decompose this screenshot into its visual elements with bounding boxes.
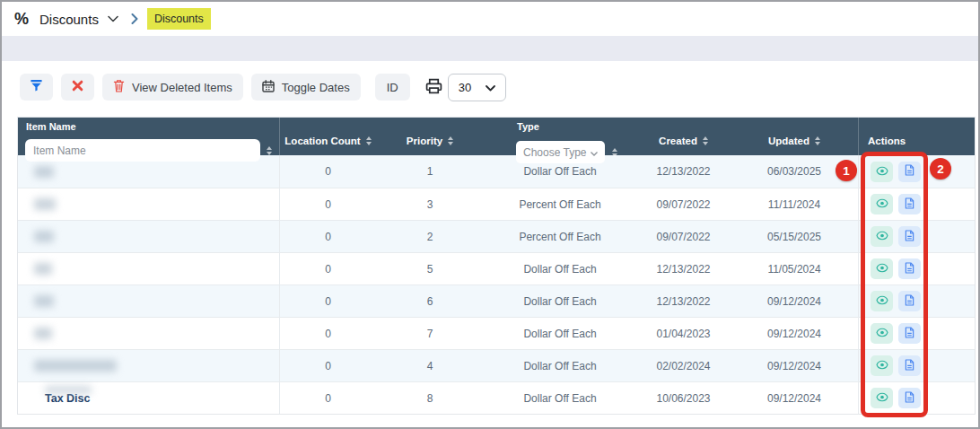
document-button[interactable] <box>898 162 921 182</box>
toggle-dates-label: Toggle Dates <box>282 81 350 94</box>
created-cell: 02/02/2024 <box>636 350 731 381</box>
actions-cell <box>858 188 975 220</box>
eye-icon <box>876 391 888 405</box>
file-icon <box>905 294 914 309</box>
view-button[interactable] <box>871 226 893 247</box>
redacted-item-name <box>34 295 54 307</box>
item-name-cell[interactable] <box>18 188 280 220</box>
sort-icon-location-count[interactable] <box>366 136 372 145</box>
view-button[interactable] <box>871 355 893 376</box>
view-deleted-items-label: View Deleted Items <box>132 81 232 94</box>
item-name-cell[interactable] <box>18 221 280 252</box>
eye-icon <box>876 165 888 179</box>
priority-cell: 6 <box>376 285 484 317</box>
view-deleted-items-button[interactable]: View Deleted Items <box>102 74 243 101</box>
redacted-item-name <box>34 360 117 372</box>
view-button[interactable] <box>871 258 893 279</box>
view-button[interactable] <box>871 162 893 182</box>
sort-icon-item-name[interactable] <box>267 146 272 155</box>
file-icon <box>905 327 914 341</box>
table-row: 0 4 Dollar Off Each 02/02/2024 09/12/202… <box>18 349 975 381</box>
sort-icon-created[interactable] <box>703 136 708 145</box>
document-button[interactable] <box>898 258 921 279</box>
item-name-cell[interactable] <box>18 155 280 188</box>
priority-header-label: Priority <box>407 136 442 146</box>
calendar-icon <box>262 80 275 95</box>
toggle-dates-button[interactable]: Toggle Dates <box>251 74 361 101</box>
printer-icon <box>425 78 442 97</box>
percent-icon: % <box>14 10 29 29</box>
id-label: ID <box>387 81 398 94</box>
print-button[interactable] <box>425 78 442 97</box>
priority-cell: 3 <box>376 188 484 220</box>
document-button[interactable] <box>898 388 921 408</box>
id-button[interactable]: ID <box>375 74 410 101</box>
table-row: 0 3 Percent Off Each 09/07/2022 11/11/20… <box>18 188 975 220</box>
location-count-cell: 0 <box>280 382 376 414</box>
view-button[interactable] <box>871 388 893 408</box>
item-name-cell[interactable] <box>18 253 280 285</box>
item-name-cell[interactable] <box>18 318 280 349</box>
sort-icon-priority[interactable] <box>448 136 453 145</box>
breadcrumb: % Discounts Discounts <box>2 2 978 36</box>
discounts-table: Item Name Location Count Priority Type C… <box>17 117 976 415</box>
view-button[interactable] <box>871 291 893 311</box>
redacted-item-name <box>34 231 54 242</box>
created-cell: 12/13/2022 <box>636 155 731 188</box>
file-icon <box>905 359 914 373</box>
priority-cell: 1 <box>376 155 484 188</box>
table-row: 0 7 Dollar Off Each 01/04/2023 09/12/202… <box>18 317 975 349</box>
document-button[interactable] <box>898 291 921 311</box>
trash-icon <box>113 79 125 95</box>
chevron-down-icon[interactable] <box>108 15 118 22</box>
table-row: 0 1 Dollar Off Each 12/13/2022 06/03/202… <box>18 155 975 188</box>
close-icon <box>72 80 83 94</box>
type-cell: Dollar Off Each <box>484 285 636 317</box>
document-button[interactable] <box>898 323 921 344</box>
view-button[interactable] <box>871 194 893 214</box>
type-header-label: Type <box>517 121 539 132</box>
type-cell: Dollar Off Each <box>484 382 636 414</box>
document-button[interactable] <box>898 194 921 214</box>
eye-icon <box>876 197 888 211</box>
priority-cell: 8 <box>376 382 484 414</box>
type-cell: Dollar Off Each <box>484 318 636 349</box>
priority-cell: 5 <box>376 253 484 285</box>
created-cell: 12/13/2022 <box>636 285 731 317</box>
actions-cell <box>858 382 975 414</box>
location-count-cell: 0 <box>280 155 376 188</box>
item-name-cell[interactable]: Tax Disc <box>18 382 280 414</box>
page-size-select[interactable]: 30 <box>448 74 506 101</box>
actions-cell <box>858 285 975 317</box>
location-count-header-label: Location Count <box>284 136 360 146</box>
sort-icon-updated[interactable] <box>815 136 820 145</box>
updated-cell: 09/12/2024 <box>731 350 858 381</box>
type-cell: Dollar Off Each <box>484 155 636 188</box>
item-name-cell[interactable] <box>18 350 280 381</box>
document-button[interactable] <box>898 226 921 247</box>
filter-button[interactable] <box>20 74 53 101</box>
clear-filter-button[interactable] <box>61 74 94 101</box>
chevron-down-icon <box>486 81 495 94</box>
actions-header-label: Actions <box>868 136 906 146</box>
item-name-cell[interactable] <box>18 285 280 317</box>
actions-cell <box>858 318 975 349</box>
table-body: 0 1 Dollar Off Each 12/13/2022 06/03/202… <box>18 155 975 414</box>
eye-icon <box>876 327 888 340</box>
created-cell: 01/04/2023 <box>636 318 731 349</box>
file-icon <box>905 230 914 244</box>
annotation-badge-2: 2 <box>930 158 951 179</box>
actions-cell <box>858 221 975 252</box>
chevron-right-icon <box>131 13 138 24</box>
location-count-cell: 0 <box>280 285 376 317</box>
file-icon <box>905 164 914 179</box>
page-title[interactable]: Discounts <box>39 12 99 27</box>
location-count-cell: 0 <box>280 318 376 349</box>
location-count-cell: 0 <box>280 350 376 381</box>
table-row: Tax Disc 0 8 Dollar Off Each 10/06/2023 … <box>18 381 975 414</box>
view-button[interactable] <box>871 323 893 344</box>
redacted-item-name <box>34 198 56 210</box>
updated-header-label: Updated <box>768 136 809 146</box>
updated-cell: 09/12/2024 <box>731 285 858 317</box>
document-button[interactable] <box>898 355 921 376</box>
